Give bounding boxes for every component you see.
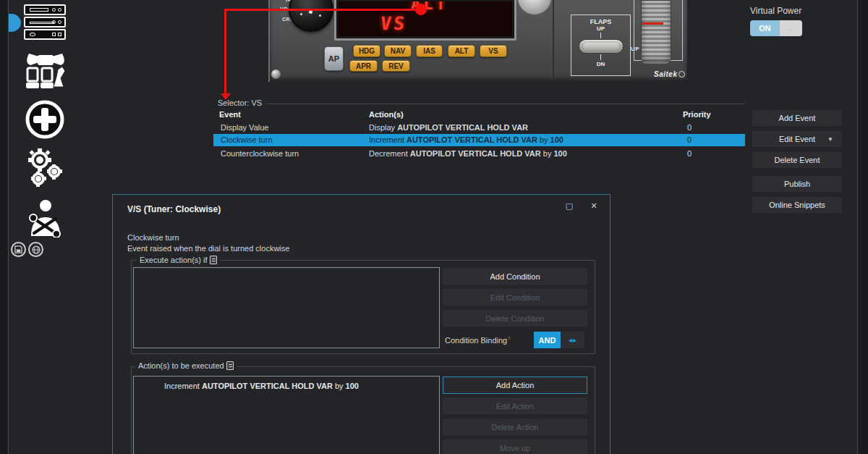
right-edge-strip <box>858 0 868 454</box>
flaps-dn-label: DN <box>571 61 630 67</box>
add-action-button[interactable]: Add Action <box>443 377 587 394</box>
virtual-power-off-segment: ‥ <box>780 20 802 36</box>
edit-action-button[interactable]: Edit Action <box>443 398 587 414</box>
trim-wheel-mark <box>642 22 663 25</box>
help-mark: ? <box>507 335 510 342</box>
event-row-clockwise-turn[interactable]: Clockwise turn Increment AUTOPILOT VERTI… <box>213 134 745 146</box>
conditions-listbox[interactable] <box>133 267 440 348</box>
publish-button[interactable]: Publish <box>752 176 842 192</box>
action-list-item[interactable]: Increment AUTOPILOT VERTICAL HOLD VAR by… <box>164 382 359 390</box>
device-panel-icon <box>24 29 66 40</box>
sidebar-item-hardware[interactable] <box>23 51 67 94</box>
add-plus-icon <box>25 100 64 139</box>
event-row-display-value[interactable]: Display Value Display AUTOPILOT VERTICAL… <box>213 121 745 134</box>
column-header-event: Event <box>219 110 241 119</box>
panel-button-ias[interactable]: IAS <box>416 45 443 57</box>
add-condition-button[interactable]: Add Condition <box>443 268 587 285</box>
virtual-power-label: Virtual Power <box>750 6 801 16</box>
virtual-power-toggle[interactable]: ON ‥ <box>750 20 802 36</box>
event-action: Decrement AUTOPILOT VERTICAL HOLD VAR by… <box>369 147 567 160</box>
panel-button-apr[interactable]: APR <box>349 60 378 72</box>
maximize-icon[interactable]: ▢ <box>563 201 575 211</box>
flaps-switch-area: FLAPS UP DN <box>571 14 631 76</box>
move-up-button[interactable]: Move up <box>443 440 587 454</box>
selector-groupbox-line <box>266 104 745 104</box>
active-section-indicator <box>9 14 21 32</box>
panel-button-hdg[interactable]: HDG <box>353 45 380 57</box>
conditions-group-label: Execute action(s) if <box>137 256 220 264</box>
help-book-icon[interactable] <box>210 256 217 264</box>
online-profile-button[interactable] <box>28 242 43 257</box>
help-book-icon[interactable] <box>226 361 234 370</box>
panel-button-nav[interactable]: NAV <box>384 45 412 57</box>
condition-binding-label: Condition Binding? <box>445 335 511 345</box>
event-name: Counterclockwise turn <box>221 147 299 160</box>
event-name: Display Value <box>221 121 268 134</box>
actions-listbox[interactable]: Increment AUTOPILOT VERTICAL HOLD VAR by… <box>133 376 440 454</box>
condition-binding-and-toggle[interactable]: AND <box>534 332 561 348</box>
delete-condition-button[interactable]: Delete Condition <box>443 310 587 327</box>
binding-cycle-arrows-icon[interactable]: ◂▸ <box>561 332 584 348</box>
trim-up-label: UP <box>631 46 639 52</box>
event-priority: 0 <box>682 121 697 134</box>
close-icon[interactable]: ✕ <box>588 201 600 211</box>
edit-condition-button[interactable]: Edit Condition <box>443 289 587 306</box>
event-name: Clockwise turn <box>221 134 273 146</box>
panel-button-vs[interactable]: VS <box>480 45 507 57</box>
panel-button-rev[interactable]: REV <box>382 60 410 72</box>
annotation-dot <box>415 4 427 15</box>
online-snippets-button[interactable]: Online Snippets <box>752 197 842 213</box>
device-panel-icon <box>24 17 66 28</box>
delete-event-button[interactable]: Delete Event <box>752 152 842 168</box>
selector-title: Selector: VS <box>218 98 262 107</box>
panel-button-alt[interactable]: ALT <box>448 45 475 57</box>
panel-button-ap[interactable]: AP <box>324 46 344 71</box>
event-action: Display AUTOPILOT VERTICAL HOLD VAR <box>369 121 528 134</box>
gears-icon <box>24 147 64 190</box>
dialog-title: V/S (Tuner: Clockwise) <box>127 204 221 214</box>
delete-action-button[interactable]: Delete Action <box>443 419 587 435</box>
flaps-up-label: UP <box>571 25 630 32</box>
actions-group-label: Action(s) to be executed <box>135 361 237 370</box>
right-edge-line <box>857 0 858 454</box>
sidebar-item-settings[interactable] <box>24 147 64 190</box>
panel-divider <box>553 0 554 80</box>
saitek-multi-panel-image: IAS HDG CRS ALT VS AP HDG NAV IAS ALT VS… <box>268 0 687 82</box>
chevron-down-icon: ▼ <box>827 136 833 143</box>
spad-next-window: IAS HDG CRS ALT VS AP HDG NAV IAS ALT VS… <box>0 0 868 454</box>
pitch-trim-knob[interactable] <box>516 0 553 16</box>
sidebar-item-support[interactable] <box>23 198 67 237</box>
yoke-pedals-icon <box>25 52 67 93</box>
event-editor-dialog: V/S (Tuner: Clockwise) ▢ ✕ Clockwise tur… <box>112 194 610 454</box>
save-profile-button[interactable] <box>11 242 26 257</box>
saitek-logo: Saitek <box>654 70 685 78</box>
trim-wheel[interactable] <box>641 0 671 65</box>
annotation-line-vertical <box>224 9 226 94</box>
event-priority: 0 <box>682 134 697 146</box>
globe-icon <box>32 245 41 254</box>
sidebar-item-add-device[interactable] <box>25 100 64 139</box>
event-action: Increment AUTOPILOT VERTICAL HOLD VAR by… <box>369 134 563 146</box>
panel-screw <box>271 70 281 79</box>
mode-selector-knob[interactable] <box>289 0 333 32</box>
support-tools-icon <box>24 198 66 237</box>
left-edge-strip <box>0 0 8 454</box>
flaps-switch[interactable] <box>579 39 624 54</box>
display-vs-readout: VS <box>379 13 407 34</box>
left-edge-line <box>8 0 9 454</box>
edit-event-button[interactable]: Edit Event ▼ <box>752 131 842 147</box>
virtual-power-on-state: ON <box>750 20 780 36</box>
column-header-actions: Action(s) <box>369 110 404 119</box>
column-header-priority: Priority <box>683 110 711 119</box>
sidebar-item-devices[interactable] <box>24 4 66 41</box>
flaps-title: FLAPS <box>571 18 630 25</box>
save-icon <box>14 245 22 253</box>
annotation-line-horizontal <box>224 9 421 11</box>
dialog-event-description: Event raised when the dial is turned clo… <box>127 244 289 253</box>
device-panel-icon <box>24 4 66 15</box>
event-priority: 0 <box>682 147 697 160</box>
add-event-button[interactable]: Add Event <box>752 110 842 126</box>
dialog-event-name: Clockwise turn <box>127 233 179 242</box>
event-row-counterclockwise-turn[interactable]: Counterclockwise turn Decrement AUTOPILO… <box>213 147 745 160</box>
